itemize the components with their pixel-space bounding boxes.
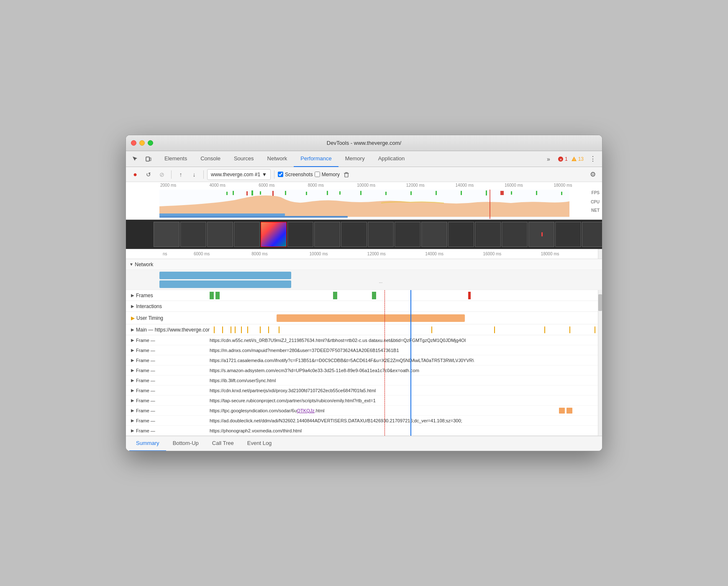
screenshot-1[interactable] [180, 222, 206, 247]
screenshot-15[interactable] [555, 222, 581, 247]
gs-mark-2 [567, 408, 572, 414]
frame-expand-0: ▶ [131, 338, 134, 342]
more-tabs-icon[interactable]: » [543, 153, 554, 165]
download-button[interactable]: ↓ [188, 169, 200, 180]
screenshot-4[interactable] [261, 222, 287, 247]
memory-checkbox[interactable] [315, 172, 320, 177]
screenshot-0[interactable] [154, 222, 179, 247]
reload-button[interactable]: ↺ [143, 169, 154, 180]
frame-marks-3 [419, 365, 598, 375]
devtools-menu-icon[interactable]: ⋮ [587, 153, 599, 165]
stop-button[interactable]: ⊘ [156, 169, 168, 180]
frame-expand-4: ▶ [131, 378, 134, 383]
frame-marks-7 [325, 406, 598, 415]
tab-bottom-up[interactable]: Bottom-Up [166, 436, 205, 451]
frame-label-0: ▶Frame — [126, 338, 210, 343]
frame-row-1[interactable]: ▶Frame — https://m.adnxs.com/mapuid?memb… [126, 345, 598, 355]
frame-row-4[interactable]: ▶Frame — https://ib.3lift.com/userSync.h… [126, 375, 598, 386]
frame-row-2[interactable]: ▶Frame — https://a1721.casalemedia.com/i… [126, 355, 598, 365]
network-header[interactable]: ▼ Network [126, 259, 602, 270]
flame-area: ▶ Frames ▶ [126, 290, 602, 436]
frame-label-9: ▶Frame — [126, 428, 210, 433]
tick-b-6000: 6000 ms [193, 252, 251, 256]
network-expand-more[interactable]: ... [159, 270, 602, 284]
ruler-ticks-bottom: 6000 ms 8000 ms 10000 ms 12000 ms 14000 … [193, 252, 598, 256]
screenshots-checkbox-label[interactable]: Screenshots [278, 172, 313, 177]
svg-text:✕: ✕ [559, 158, 562, 162]
tab-elements[interactable]: Elements [158, 151, 194, 167]
settings-button[interactable]: ⚙ [587, 169, 599, 180]
screenshot-11[interactable] [448, 222, 474, 247]
error-badge: ✕ 1 [558, 156, 568, 162]
tab-console[interactable]: Console [194, 151, 227, 167]
interactions-label-container: ▶ Interactions [126, 303, 210, 309]
screenshot-10[interactable] [421, 222, 447, 247]
frame-row-5[interactable]: ▶Frame — https://cdn.krxd.net/partnerjs/… [126, 386, 598, 396]
screenshot-6[interactable] [314, 222, 340, 247]
main-label-text: Main — https://www.theverge.com/ [136, 327, 210, 333]
tab-sources[interactable]: Sources [227, 151, 261, 167]
flame-inner: ▶ Frames ▶ [126, 290, 602, 436]
main-mark-4 [235, 326, 236, 333]
inspect-icon[interactable] [129, 153, 141, 165]
frame-url-0: https://cdn.w55c.net/i/s_0RB7U9miZJ_2119… [210, 338, 466, 343]
network-bars-area: ... [126, 270, 602, 290]
frame-row-9[interactable]: ▶Frame — https://phonograph2.voxmedia.co… [126, 426, 598, 436]
flame-scrollbar[interactable] [598, 290, 602, 436]
frame-row-7[interactable]: ▶Frame — https://tpc.googlesyndication.c… [126, 406, 598, 416]
screenshot-7[interactable] [341, 222, 367, 247]
net-label: NET [591, 208, 600, 213]
frame-row-3[interactable]: ▶Frame — https://s.amazon-adsystem.com/e… [126, 365, 598, 375]
upload-button[interactable]: ↑ [175, 169, 187, 180]
screenshot-8[interactable] [368, 222, 394, 247]
frame-row-8[interactable]: ▶Frame — https://ad.doubleclick.net/ddm/… [126, 416, 598, 426]
tab-network[interactable]: Network [261, 151, 294, 167]
record-button[interactable]: ● [129, 169, 141, 180]
screenshot-2[interactable] [207, 222, 233, 247]
tab-right-area: » ✕ 1 ! 13 ⋮ [543, 153, 599, 165]
main-mark-14 [595, 326, 595, 333]
screenshot-9[interactable] [395, 222, 420, 247]
tab-performance[interactable]: Performance [294, 151, 338, 167]
svg-text:!: ! [574, 158, 574, 162]
screenshot-16[interactable] [582, 222, 602, 247]
devtools-window: DevTools - www.theverge.com/ Elements Co [126, 135, 602, 451]
clear-button[interactable] [341, 170, 351, 180]
frames-row: ▶ Frames [126, 290, 598, 301]
interactions-label-text: Interactions [136, 303, 162, 309]
flame-main: ▶ Frames ▶ [126, 290, 598, 436]
tab-call-tree[interactable]: Call Tree [205, 436, 241, 451]
tab-summary[interactable]: Summary [129, 436, 166, 451]
screenshot-3[interactable] [234, 222, 260, 247]
ruler-bottom-label: ns [159, 252, 193, 256]
tab-memory[interactable]: Memory [338, 151, 372, 167]
device-icon[interactable] [143, 153, 154, 165]
frame-url-5: https://cdn.krxd.net/partnerjs/xdi/proxy… [210, 388, 376, 393]
ruler-tick-10000: 10000 ms [356, 183, 405, 190]
screenshot-14[interactable]: ▐ [528, 222, 554, 247]
minimize-button[interactable] [139, 140, 145, 146]
main-mark-13 [569, 326, 570, 333]
frame-row-6[interactable]: ▶Frame — https://tap-secure.rubiconproje… [126, 396, 598, 406]
screenshots-checkbox[interactable] [278, 172, 283, 177]
screenshot-5[interactable] [287, 222, 313, 247]
url-selector[interactable]: www.theverge.com #1 ▼ [207, 169, 271, 180]
frame-label-8: ▶Frame — [126, 418, 210, 423]
scrollbar-thumb[interactable] [598, 294, 602, 311]
frame-block-2 [215, 292, 220, 299]
frame-row-0[interactable]: ▶Frame — https://cdn.w55c.net/i/s_0RB7U9… [126, 335, 598, 345]
screenshot-12[interactable] [475, 222, 501, 247]
tab-application[interactable]: Application [372, 151, 412, 167]
timeline-scrollbar[interactable] [598, 249, 602, 259]
close-button[interactable] [131, 140, 136, 146]
separator-3 [274, 170, 274, 179]
maximize-button[interactable] [148, 140, 153, 146]
network-expand-arrow: ▼ [129, 262, 133, 267]
tick-b-18000: 18000 ms [540, 252, 598, 256]
frame-url-9: https://phonograph2.voxmedia.com/third.h… [210, 428, 302, 433]
ruler-tick-14000: 14000 ms [454, 183, 504, 190]
tab-event-log[interactable]: Event Log [241, 436, 279, 451]
ruler-tick-4000: 4000 ms [209, 183, 258, 190]
memory-checkbox-label[interactable]: Memory [315, 172, 340, 177]
screenshot-13[interactable] [502, 222, 528, 247]
